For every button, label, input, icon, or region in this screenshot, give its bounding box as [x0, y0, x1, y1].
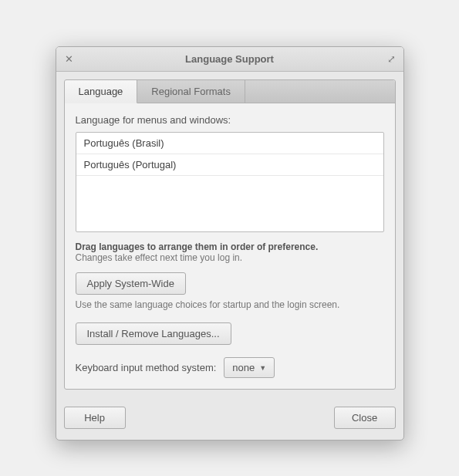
- install-remove-languages-button[interactable]: Install / Remove Languages...: [76, 322, 231, 345]
- dialog-footer: Help Close: [56, 397, 403, 440]
- tab-label: Language: [79, 86, 123, 97]
- input-method-select[interactable]: none ▼: [224, 357, 275, 378]
- window-content: Language Regional Formats Language for m…: [56, 72, 403, 397]
- tabs-header: Language Regional Formats: [65, 80, 395, 103]
- language-support-window: ✕ Language Support ⤢ Language Regional F…: [56, 46, 404, 441]
- select-value: none: [232, 362, 255, 373]
- drag-hint-sub: Changes take effect next time you log in…: [76, 252, 384, 263]
- window-title: Language Support: [56, 53, 403, 65]
- help-button[interactable]: Help: [64, 407, 126, 429]
- language-name: Português (Portugal): [84, 159, 177, 170]
- input-method-label: Keyboard input method system:: [76, 362, 217, 373]
- apply-system-wide-button[interactable]: Apply System-Wide: [76, 272, 186, 295]
- chevron-down-icon: ▼: [259, 364, 266, 372]
- button-label: Install / Remove Languages...: [87, 328, 220, 339]
- button-label: Apply System-Wide: [87, 278, 174, 289]
- list-item[interactable]: Português (Brasil): [76, 133, 383, 154]
- input-method-row: Keyboard input method system: none ▼: [76, 357, 384, 378]
- apply-hint: Use the same language choices for startu…: [76, 299, 384, 310]
- language-list[interactable]: Português (Brasil) Português (Portugal): [76, 132, 384, 232]
- language-name: Português (Brasil): [84, 137, 164, 149]
- close-button[interactable]: Close: [334, 407, 396, 429]
- language-list-label: Language for menus and windows:: [76, 114, 384, 126]
- button-label: Close: [352, 412, 377, 424]
- tab-language[interactable]: Language: [65, 80, 138, 103]
- tab-regional-formats[interactable]: Regional Formats: [137, 80, 245, 103]
- list-item[interactable]: Português (Portugal): [76, 154, 383, 176]
- close-icon[interactable]: ✕: [64, 54, 75, 65]
- maximize-icon[interactable]: ⤢: [387, 53, 396, 65]
- button-label: Help: [84, 412, 105, 424]
- tab-panel-language: Language for menus and windows: Portuguê…: [65, 103, 395, 389]
- drag-hint: Drag languages to arrange them in order …: [76, 241, 384, 252]
- tab-label: Regional Formats: [151, 86, 231, 97]
- titlebar: ✕ Language Support ⤢: [56, 47, 403, 72]
- tabs-container: Language Regional Formats Language for m…: [64, 79, 396, 390]
